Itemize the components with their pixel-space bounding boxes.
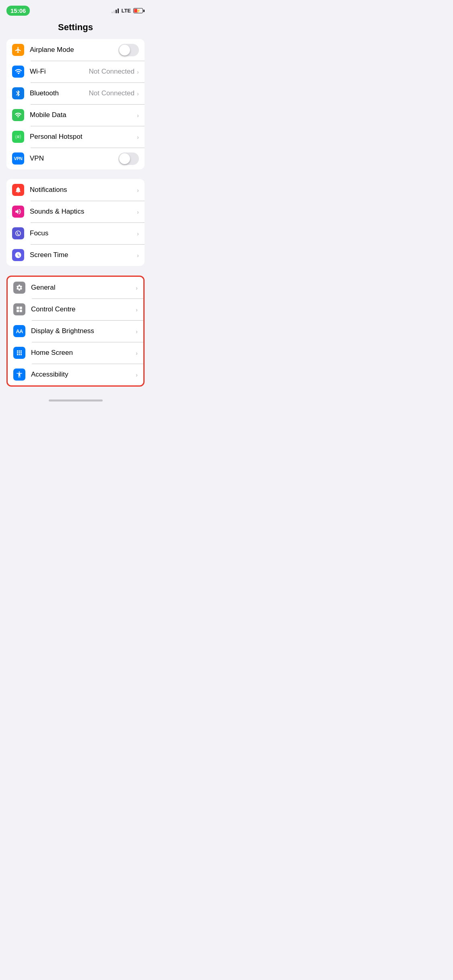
airplane-mode-toggle[interactable] [118, 44, 139, 56]
display-brightness-chevron: › [136, 328, 138, 335]
vpn-text: VPN [14, 156, 22, 161]
control-centre-label: Control Centre [31, 305, 136, 313]
signal-bar-2 [114, 10, 115, 13]
personal-hotspot-label: Personal Hotspot [30, 133, 137, 141]
screen-time-icon [12, 249, 24, 261]
focus-label: Focus [30, 229, 137, 237]
battery-icon: ⚡ [133, 8, 145, 13]
home-bar [49, 399, 103, 401]
sounds-haptics-label: Sounds & Haptics [30, 208, 137, 216]
bluetooth-icon [12, 87, 24, 99]
personal-hotspot-chevron: › [137, 134, 139, 140]
battery-body: ⚡ [133, 8, 143, 13]
screen-time-row[interactable]: Screen Time › [6, 244, 145, 266]
personal-hotspot-row[interactable]: Personal Hotspot › [6, 126, 145, 148]
battery-cap [143, 10, 145, 12]
accessibility-svg [16, 371, 23, 378]
signal-bar-1 [112, 12, 113, 13]
accessibility-icon [13, 369, 25, 381]
home-screen-label: Home Screen [31, 349, 136, 357]
page-title: Settings [0, 18, 151, 39]
vpn-thumb [119, 153, 130, 164]
connectivity-group: Airplane Mode Wi-Fi Not Connected › Blue… [6, 39, 145, 169]
home-screen-svg [16, 349, 23, 356]
notifications-chevron: › [137, 187, 139, 194]
screen-time-svg [14, 251, 22, 259]
general-group: General › Control Centre › AA Display & … [6, 276, 145, 387]
home-screen-row[interactable]: Home Screen › [8, 342, 143, 364]
focus-chevron: › [137, 230, 139, 237]
accessibility-chevron: › [136, 371, 138, 378]
display-brightness-row[interactable]: AA Display & Brightness › [8, 320, 143, 342]
sounds-haptics-chevron: › [137, 208, 139, 215]
display-text: AA [16, 328, 23, 334]
wifi-row[interactable]: Wi-Fi Not Connected › [6, 61, 145, 82]
vpn-label: VPN [30, 154, 118, 163]
bluetooth-value: Not Connected [89, 89, 134, 97]
lte-label: LTE [121, 8, 131, 14]
wifi-icon [12, 66, 24, 78]
airplane-mode-icon [12, 44, 24, 56]
sounds-haptics-icon [12, 206, 24, 218]
notifications-icon [12, 184, 24, 196]
sounds-haptics-row[interactable]: Sounds & Haptics › [6, 201, 145, 222]
wifi-value: Not Connected [89, 68, 134, 76]
sounds-svg [14, 208, 22, 215]
status-right: LTE ⚡ [112, 8, 145, 14]
notifications-svg [14, 186, 22, 194]
control-centre-row[interactable]: Control Centre › [8, 299, 143, 320]
accessibility-label: Accessibility [31, 371, 136, 379]
status-bar: 15:06 LTE ⚡ [0, 0, 151, 18]
airplane-mode-label: Airplane Mode [30, 46, 118, 54]
mobile-data-chevron: › [137, 112, 139, 119]
wifi-label: Wi-Fi [30, 68, 89, 76]
bluetooth-svg [14, 90, 22, 97]
general-chevron: › [136, 284, 138, 291]
bluetooth-row[interactable]: Bluetooth Not Connected › [6, 82, 145, 104]
hotspot-svg [14, 133, 22, 140]
control-centre-icon [13, 303, 25, 315]
general-label: General [31, 284, 136, 292]
control-centre-chevron: › [136, 306, 138, 313]
wifi-svg [14, 68, 22, 75]
bluetooth-chevron: › [137, 90, 139, 97]
general-row[interactable]: General › [8, 277, 143, 299]
signal-bar-4 [118, 8, 119, 13]
mobile-data-label: Mobile Data [30, 111, 137, 119]
airplane-svg [14, 46, 22, 54]
notifications-row[interactable]: Notifications › [6, 179, 145, 201]
vpn-toggle[interactable] [118, 152, 139, 165]
notifications-group: Notifications › Sounds & Haptics › Focus… [6, 179, 145, 266]
mobile-data-svg [14, 111, 22, 119]
signal-bars [112, 8, 119, 13]
signal-bar-3 [116, 10, 117, 13]
focus-svg [14, 230, 22, 237]
vpn-icon: VPN [12, 152, 24, 165]
focus-icon [12, 227, 24, 239]
svg-point-1 [18, 136, 19, 138]
display-brightness-label: Display & Brightness [31, 327, 136, 335]
wifi-chevron: › [137, 68, 139, 75]
home-screen-icon [13, 347, 25, 359]
battery-bolt: ⚡ [136, 9, 141, 13]
notifications-label: Notifications [30, 186, 137, 194]
screen-time-chevron: › [137, 252, 139, 259]
accessibility-row[interactable]: Accessibility › [8, 364, 143, 385]
vpn-row[interactable]: VPN VPN [6, 148, 145, 169]
airplane-mode-thumb [119, 45, 130, 56]
display-brightness-icon: AA [13, 325, 25, 337]
bluetooth-label: Bluetooth [30, 89, 89, 97]
focus-row[interactable]: Focus › [6, 222, 145, 244]
control-centre-svg [16, 306, 23, 313]
home-screen-chevron: › [136, 350, 138, 356]
mobile-data-row[interactable]: Mobile Data › [6, 104, 145, 126]
general-icon [13, 282, 25, 294]
home-indicator [0, 396, 151, 405]
general-svg [16, 284, 23, 291]
personal-hotspot-icon [12, 131, 24, 143]
status-time: 15:06 [6, 6, 30, 16]
airplane-mode-row[interactable]: Airplane Mode [6, 39, 145, 61]
mobile-data-icon [12, 109, 24, 121]
screen-time-label: Screen Time [30, 251, 137, 259]
